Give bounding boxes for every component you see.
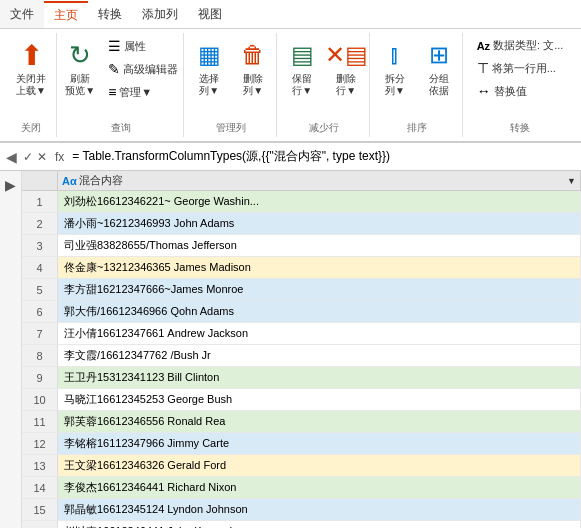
ribbon-group-sort: ⫿ 拆分列▼ ⊞ 分组依据 排序 [372, 33, 463, 137]
manage-cols-label: 管理列 [186, 119, 276, 135]
advanced-editor-button[interactable]: ✎ 高级编辑器 [103, 58, 183, 80]
keep-rows-label: 保留行▼ [292, 73, 312, 97]
table-row[interactable]: 9 王卫丹15312341123 Bill Clinton [22, 367, 581, 389]
table-row[interactable]: 5 李方甜16212347666~James Monroe [22, 279, 581, 301]
cell-value[interactable]: 赵以嘉16612346441 John Kennedy... [58, 521, 581, 528]
cell-value[interactable]: 李铭榕16112347966 Jimmy Carte [58, 433, 581, 454]
table-row[interactable]: 14 李俊杰16612346441 Richard Nixon [22, 477, 581, 499]
manage-button[interactable]: ≡ 管理▼ [103, 81, 183, 103]
ribbon-tab-bar: 文件 主页 转换 添加列 视图 [0, 0, 581, 29]
column-header-mixed[interactable]: Aα 混合内容 ▼ [58, 171, 581, 190]
cell-value[interactable]: 郭大伟/16612346966 Qohn Adams [58, 301, 581, 322]
cell-value[interactable]: 刘劲松16612346221~ George Washin... [58, 191, 581, 212]
group-by-icon: ⊞ [423, 39, 455, 71]
row-number: 8 [22, 345, 58, 366]
row-number: 4 [22, 257, 58, 278]
cell-value[interactable]: 李方甜16212347666~James Monroe [58, 279, 581, 300]
ribbon-group-reduce-rows: ▤ 保留行▼ ✕▤ 删除行▼ 减少行 [279, 33, 370, 137]
split-col-button[interactable]: ⫿ 拆分列▼ [374, 35, 416, 101]
manage-icon: ≡ [108, 84, 116, 100]
ribbon-group-close: ⬆ 关闭并上载▼ 关闭 [6, 33, 57, 137]
table-row[interactable]: 13 王文梁16612346326 Gerald Ford [22, 455, 581, 477]
cell-value[interactable]: 王文梁16612346326 Gerald Ford [58, 455, 581, 476]
table-row[interactable]: 16 赵以嘉16612346441 John Kennedy... [22, 521, 581, 528]
column-type-icon: Aα [62, 175, 77, 187]
formula-cancel-button[interactable]: ✕ [37, 150, 47, 164]
keep-rows-button[interactable]: ▤ 保留行▼ [281, 35, 323, 101]
query-small-btns: ☰ 属性 ✎ 高级编辑器 ≡ 管理▼ [103, 35, 183, 119]
table-row[interactable]: 12 李铭榕16112347966 Jimmy Carte [22, 433, 581, 455]
select-cols-button[interactable]: ▦ 选择列▼ [188, 35, 230, 101]
nav-expand-icon[interactable]: ▶ [3, 175, 18, 195]
column-name: 混合内容 [79, 173, 123, 188]
table-row[interactable]: 15 郭晶敏16612345124 Lyndon Johnson [22, 499, 581, 521]
row-number: 15 [22, 499, 58, 520]
cell-value[interactable]: 王卫丹15312341123 Bill Clinton [58, 367, 581, 388]
table-row[interactable]: 7 汪小倩16612347661 Andrew Jackson [22, 323, 581, 345]
table-row[interactable]: 6 郭大伟/16612346966 Qohn Adams [22, 301, 581, 323]
delete-cols-icon: 🗑 [237, 39, 269, 71]
nav-prev-icon[interactable]: ◀ [4, 149, 19, 165]
cell-value[interactable]: 李俊杰16612346441 Richard Nixon [58, 477, 581, 498]
row-number: 14 [22, 477, 58, 498]
row-num-header [22, 171, 58, 190]
cell-value[interactable]: 李文霞/16612347762 /Bush Jr [58, 345, 581, 366]
split-col-icon: ⫿ [379, 39, 411, 71]
first-row-button[interactable]: ⊤ 将第一行用... [472, 57, 569, 79]
table-row[interactable]: 1 刘劲松16612346221~ George Washin... [22, 191, 581, 213]
row-number: 11 [22, 411, 58, 432]
table-row[interactable]: 2 潘小雨~16212346993 John Adams [22, 213, 581, 235]
reduce-rows-label: 减少行 [279, 119, 369, 135]
main-area: ▶ Aα 混合内容 ▼ 1 刘劲松16612346221~ George Was… [0, 171, 581, 528]
advanced-editor-label: 高级编辑器 [123, 62, 178, 77]
tab-view[interactable]: 视图 [188, 0, 232, 28]
tab-add-column[interactable]: 添加列 [132, 0, 188, 28]
refresh-label: 刷新预览▼ [65, 73, 95, 97]
table-row[interactable]: 11 郭芙蓉16612346556 Ronald Rea [22, 411, 581, 433]
formula-check-button[interactable]: ✓ [23, 150, 33, 164]
keep-rows-icon: ▤ [286, 39, 318, 71]
replace-values-button[interactable]: ↔ 替换值 [472, 80, 569, 102]
cell-value[interactable]: 汪小倩16612347661 Andrew Jackson [58, 323, 581, 344]
delete-rows-button[interactable]: ✕▤ 删除行▼ [325, 35, 367, 101]
cell-value[interactable]: 佟金康~13212346365 James Madison [58, 257, 581, 278]
row-number: 2 [22, 213, 58, 234]
row-number: 1 [22, 191, 58, 212]
delete-cols-button[interactable]: 🗑 删除列▼ [232, 35, 274, 101]
group-by-button[interactable]: ⊞ 分组依据 [418, 35, 460, 101]
delete-rows-label: 删除行▼ [336, 73, 356, 97]
table-row[interactable]: 3 司业强83828655/Thomas Jefferson [22, 235, 581, 257]
close-upload-button[interactable]: ⬆ 关闭并上载▼ [10, 35, 52, 101]
table-row[interactable]: 10 马晓江16612345253 George Bush [22, 389, 581, 411]
row-number: 7 [22, 323, 58, 344]
cell-value[interactable]: 马晓江16612345253 George Bush [58, 389, 581, 410]
data-type-label: 数据类型: 文... [493, 38, 563, 53]
table-row[interactable]: 8 李文霞/16612347762 /Bush Jr [22, 345, 581, 367]
row-number: 5 [22, 279, 58, 300]
tab-transform[interactable]: 转换 [88, 0, 132, 28]
data-type-button[interactable]: Az 数据类型: 文... [472, 35, 569, 56]
cell-value[interactable]: 郭芙蓉16612346556 Ronald Rea [58, 411, 581, 432]
data-rows-container: 1 刘劲松16612346221~ George Washin... 2 潘小雨… [22, 191, 581, 528]
tab-file[interactable]: 文件 [0, 0, 44, 28]
formula-expression: = Table.TransformColumnTypes(源,{{"混合内容",… [72, 148, 577, 165]
row-number: 16 [22, 521, 58, 528]
ribbon-group-query: ↻ 刷新预览▼ ☰ 属性 ✎ 高级编辑器 ≡ 管理▼ [59, 33, 184, 137]
cell-value[interactable]: 郭晶敏16612345124 Lyndon Johnson [58, 499, 581, 520]
column-dropdown-icon[interactable]: ▼ [567, 176, 576, 186]
refresh-preview-button[interactable]: ↻ 刷新预览▼ [59, 35, 101, 101]
cell-value[interactable]: 司业强83828655/Thomas Jefferson [58, 235, 581, 256]
tab-home[interactable]: 主页 [44, 1, 88, 28]
first-row-label: 将第一行用... [492, 61, 556, 76]
close-group-label: 关闭 [6, 119, 56, 135]
delete-cols-label: 删除列▼ [243, 73, 263, 97]
cell-value[interactable]: 潘小雨~16212346993 John Adams [58, 213, 581, 234]
data-table: Aα 混合内容 ▼ 1 刘劲松16612346221~ George Washi… [22, 171, 581, 528]
transform-small-btns: Az 数据类型: 文... ⊤ 将第一行用... ↔ 替换值 [472, 35, 569, 118]
column-header-row: Aα 混合内容 ▼ [22, 171, 581, 191]
row-number: 13 [22, 455, 58, 476]
table-row[interactable]: 4 佟金康~13212346365 James Madison [22, 257, 581, 279]
row-number: 6 [22, 301, 58, 322]
row-number: 3 [22, 235, 58, 256]
properties-button[interactable]: ☰ 属性 [103, 35, 183, 57]
